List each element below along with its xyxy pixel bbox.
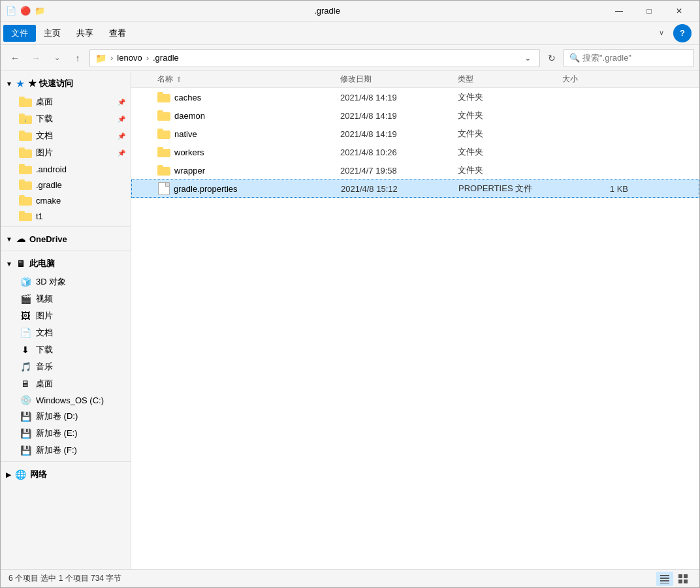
sidebar-item-documents2[interactable]: 📄 文档 (1, 324, 131, 341)
file-row-native[interactable]: native 2021/4/8 14:19 文件夹 (131, 125, 699, 143)
sidebar-section-onedrive[interactable]: ▼ ☁ OneDrive (1, 230, 131, 248)
desktop2-label: 桌面 (36, 378, 53, 390)
thispc-chevron: ▼ (6, 260, 12, 268)
file-name-daemon: daemon (131, 110, 340, 121)
sidebar-item-android[interactable]: .android (1, 161, 131, 177)
view-large-icons-button[interactable] (675, 572, 692, 586)
sidebar-item-cmake[interactable]: cmake (1, 193, 131, 208)
pictures2-label: 图片 (36, 310, 53, 322)
sort-arrow: ⇧ (176, 76, 182, 83)
back-button[interactable]: ← (6, 49, 24, 67)
pictures-folder-icon (19, 147, 32, 158)
sidebar-section-thispc[interactable]: ▼ 🖥 此电脑 (1, 254, 131, 273)
col-date-header[interactable]: 修改日期 (340, 74, 458, 85)
minimize-button[interactable]: — (604, 1, 634, 22)
file-row-caches[interactable]: caches 2021/4/8 14:19 文件夹 (131, 88, 699, 106)
sidebar-item-desktop2[interactable]: 🖥 桌面 (1, 375, 131, 392)
menu-share[interactable]: 共享 (69, 25, 101, 42)
sidebar-section-network[interactable]: ▶ 🌐 网络 (1, 465, 131, 484)
view-details-button[interactable] (656, 572, 673, 586)
sidebar-item-desktop[interactable]: 桌面 📌 (1, 93, 131, 110)
caches-folder-icon (157, 92, 170, 102)
sidebar-item-videos[interactable]: 🎬 视频 (1, 290, 131, 307)
refresh-button[interactable]: ↻ (543, 49, 561, 67)
sidebar-item-driveD[interactable]: 💾 新加卷 (D:) (1, 408, 131, 425)
dropdown-button[interactable]: ⌄ (48, 49, 66, 67)
explorer-window: 📄 🔴 📁 .gradle — □ ✕ 文件 主页 共享 查看 ∨ ? ← → … (0, 0, 700, 588)
address-sep-2: › (146, 53, 149, 63)
menu-view[interactable]: 查看 (101, 25, 134, 42)
thispc-icon: 🖥 (16, 258, 25, 269)
documents-label: 文档 (36, 130, 53, 142)
wrapper-folder-icon (157, 165, 170, 176)
t1-label: t1 (36, 211, 43, 221)
documents2-icon: 📄 (19, 328, 32, 338)
downloads-pin: 📌 (118, 116, 125, 123)
native-folder-icon (157, 129, 170, 139)
address-box[interactable]: 📁 › lenovo › .gradle ⌄ (89, 49, 540, 67)
filelist-header: 名称 ⇧ 修改日期 类型 大小 (131, 71, 699, 88)
file-row-gradleprops[interactable]: gradle.properties 2021/4/8 15:12 PROPERT… (131, 179, 699, 198)
forward-button[interactable]: → (27, 49, 45, 67)
close-button[interactable]: ✕ (664, 1, 694, 22)
quickaccess-star: ★ (16, 79, 24, 89)
sidebar-item-t1[interactable]: t1 (1, 208, 131, 224)
sidebar-item-windows-os[interactable]: 💿 Windows_OS (C:) (1, 392, 131, 408)
titlebar-icons: 📄 🔴 📁 (6, 6, 45, 16)
search-box[interactable]: 🔍 (564, 49, 694, 67)
menu-file[interactable]: 文件 (3, 25, 36, 42)
sidebar-section-quickaccess[interactable]: ▼ ★ ★ 快速访问 (1, 74, 131, 93)
downloads-folder-icon: ↓ (19, 114, 32, 124)
maximize-button[interactable]: □ (634, 1, 664, 22)
address-dropdown-btn[interactable]: ⌄ (521, 52, 534, 65)
expand-btn[interactable]: ∨ (652, 24, 671, 42)
menu-home[interactable]: 主页 (36, 25, 69, 42)
caches-type: 文件夹 (458, 91, 562, 103)
file-row-wrapper[interactable]: wrapper 2021/4/7 19:58 文件夹 (131, 161, 699, 179)
file-name-wrapper: wrapper (131, 165, 340, 176)
onedrive-label: OneDrive (29, 234, 67, 244)
help-button[interactable]: ? (673, 24, 692, 42)
svg-rect-7 (684, 580, 688, 583)
file-row-daemon[interactable]: daemon 2021/4/8 14:19 文件夹 (131, 106, 699, 125)
sidebar-item-downloads[interactable]: ↓ 下载 📌 (1, 110, 131, 127)
svg-rect-0 (660, 575, 669, 576)
thispc-label: 此电脑 (29, 258, 55, 270)
sidebar-item-pictures2[interactable]: 🖼 图片 (1, 307, 131, 324)
desktop-pin: 📌 (118, 99, 125, 106)
sidebar-item-documents[interactable]: 文档 📌 (1, 127, 131, 144)
desktop2-icon: 🖥 (19, 379, 32, 389)
sidebar-item-driveF[interactable]: 💾 新加卷 (F:) (1, 442, 131, 459)
col-type-header[interactable]: 类型 (458, 74, 562, 85)
details-view-icon (660, 574, 670, 584)
sidebar-item-gradle[interactable]: .gradle (1, 177, 131, 193)
search-input[interactable] (582, 53, 692, 63)
sidebar-item-3dobjects[interactable]: 🧊 3D 对象 (1, 273, 131, 290)
sidebar-item-pictures[interactable]: 图片 📌 (1, 144, 131, 161)
folder-icon: 📁 (95, 53, 106, 63)
file-row-workers[interactable]: workers 2021/4/8 10:26 文件夹 (131, 143, 699, 161)
daemon-date: 2021/4/8 14:19 (340, 111, 458, 121)
pictures-label: 图片 (36, 147, 53, 159)
onedrive-icon: ☁ (16, 234, 25, 244)
pictures2-icon: 🖼 (19, 311, 32, 321)
up-button[interactable]: ↑ (69, 49, 87, 67)
search-icon: 🔍 (569, 53, 580, 63)
documents-folder-icon (19, 131, 32, 141)
sidebar-item-downloads2[interactable]: ⬇ 下载 (1, 341, 131, 358)
cmake-folder-icon (19, 195, 32, 206)
col-name-header[interactable]: 名称 ⇧ (131, 74, 340, 85)
native-type: 文件夹 (458, 128, 562, 140)
downloads-label: 下载 (36, 113, 53, 125)
driveE-label: 新加卷 (E:) (36, 427, 78, 439)
svg-rect-4 (678, 574, 682, 578)
col-size-header[interactable]: 大小 (562, 74, 641, 85)
svg-rect-1 (660, 578, 669, 579)
quickaccess-chevron: ▼ (6, 80, 12, 87)
sidebar-item-music[interactable]: 🎵 音乐 (1, 358, 131, 375)
statusbar-view-controls (656, 572, 692, 586)
sidebar: ▼ ★ ★ 快速访问 桌面 📌 ↓ 下载 📌 文档 📌 (1, 71, 131, 569)
documents2-label: 文档 (36, 327, 53, 339)
daemon-type: 文件夹 (458, 110, 562, 121)
sidebar-item-driveE[interactable]: 💾 新加卷 (E:) (1, 425, 131, 442)
